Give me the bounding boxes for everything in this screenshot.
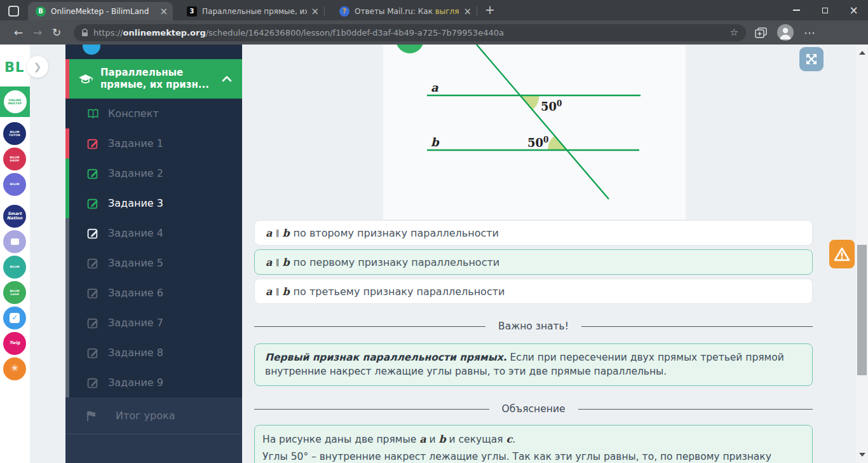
header-accent-stripe	[65, 59, 69, 99]
sidebar-item-zadanie-9[interactable]: Задание 9	[65, 368, 242, 397]
option-text: по первому признаку параллельности	[294, 256, 500, 268]
line-b-label: b	[431, 135, 440, 149]
tab-title: OnlineMektep - BilimLand	[51, 7, 156, 16]
book-icon	[87, 107, 99, 120]
parallel-symbol: ∥	[275, 287, 279, 296]
app-onlinemektep-tile[interactable]: ONLINEMEKTEP	[0, 86, 30, 117]
restore-button[interactable]	[811, 0, 839, 20]
minimize-icon	[793, 10, 800, 11]
tab-onlinemektep[interactable]: B OnlineMektep - BilimLand ×	[28, 2, 173, 20]
parallel-symbol: ∥	[275, 258, 279, 266]
sidebar-item-zadanie-1[interactable]: Задание 1	[65, 128, 242, 158]
app-icon-test[interactable]: ✓	[3, 307, 26, 329]
status-stripe-pending	[65, 218, 69, 248]
new-tab-button[interactable]: +	[482, 1, 498, 18]
tab-lesson[interactable]: 3 Параллельные прямые, их при ×	[179, 2, 324, 20]
close-icon: ×	[849, 5, 858, 16]
angle-label-top: 500	[541, 99, 562, 113]
status-stripe-pending	[65, 248, 69, 278]
answer-option-2-selected[interactable]: a∥b по первому признаку параллельности	[254, 249, 813, 275]
strip-expand-chevron[interactable]: ❯	[27, 56, 48, 78]
forward-button[interactable]: →	[28, 26, 47, 39]
mailru-favicon: ?	[339, 6, 349, 17]
address-bar[interactable]: https://onlinemektep.org/schedule/164263…	[74, 24, 746, 41]
bookmark-star-icon[interactable]: ☆	[730, 27, 738, 38]
edit-icon	[87, 287, 99, 299]
sidebar-item-zadanie-3[interactable]: Задание 3	[65, 188, 242, 218]
sidebar-item-zadanie-5[interactable]: Задание 5	[65, 248, 242, 278]
lesson-sidebar: Параллельные прямые, их призн... Конспек…	[65, 45, 242, 463]
sidebar-item-zadanie-4[interactable]: Задание 4	[65, 218, 242, 248]
parallel-symbol: ∥	[275, 228, 279, 237]
answer-option-3[interactable]: a∥b по третьему признаку параллельности	[254, 279, 813, 304]
scroll-thumb[interactable]	[857, 245, 867, 375]
flag-icon	[86, 410, 98, 422]
heading-text: Объяснение	[502, 403, 566, 415]
lesson-nav: Конспект Задание 1 Задан	[65, 99, 242, 397]
app-icon-smart-nation[interactable]: SmartNation	[3, 205, 26, 228]
reload-button[interactable]: ↻	[47, 26, 66, 39]
edit-icon	[87, 197, 99, 209]
app-icon-bilim-shop[interactable]: BILIMSHOP	[3, 148, 26, 170]
profile-avatar[interactable]	[777, 24, 794, 41]
fullscreen-button[interactable]	[799, 47, 824, 71]
tab-search-icon[interactable]	[8, 6, 19, 17]
answer-option-1[interactable]: a∥b по второму признаку параллельности	[254, 220, 813, 245]
app-icon-bilim-cards[interactable]	[3, 230, 26, 253]
heading-text: Важно знать!	[498, 321, 569, 332]
person-icon	[777, 24, 794, 41]
minimize-button[interactable]	[782, 0, 811, 20]
warning-button[interactable]	[829, 240, 855, 268]
bilimland-logo: BL	[4, 60, 24, 75]
browser-window: B OnlineMektep - BilimLand × 3 Параллель…	[0, 0, 868, 463]
sidebar-item-zadanie-7[interactable]: Задание 7	[65, 308, 242, 338]
window-controls: ×	[782, 0, 868, 20]
explanation-card: На рисунке даны две прямые a и b и секущ…	[254, 425, 813, 463]
important-card: Первый признак параллельности прямых. Ес…	[254, 343, 813, 386]
sidebar-item-zadanie-2[interactable]: Задание 2	[65, 158, 242, 188]
tab-mailru[interactable]: ? Ответы Mail.ru: Как выглядит зн ×	[332, 2, 477, 20]
url-text: https://onlinemektep.org/schedule/164263…	[93, 28, 725, 38]
collections-icon[interactable]	[755, 27, 767, 38]
back-button[interactable]: ←	[9, 26, 28, 39]
app-icon-twig[interactable]: Twig	[3, 332, 26, 355]
app-icon-imektep[interactable]: ✳	[3, 357, 26, 380]
option-text: по второму признаку параллельности	[294, 227, 499, 239]
divider-line	[254, 409, 489, 410]
lesson-header[interactable]: Параллельные прямые, их призн...	[65, 59, 242, 99]
app-icon-bilim-college[interactable]: BILIM	[3, 256, 26, 279]
status-stripe-pending	[65, 278, 69, 308]
sidebar-item-zadanie-6[interactable]: Задание 6	[65, 278, 242, 308]
edit-icon	[87, 137, 99, 149]
tab-close-icon[interactable]: ×	[463, 6, 471, 17]
edit-icon	[87, 317, 99, 329]
divider-line	[581, 326, 813, 327]
tab-separator	[477, 6, 477, 16]
scroll-up-arrow[interactable]	[859, 51, 865, 55]
edit-icon	[87, 347, 99, 359]
warning-triangle-icon	[833, 246, 851, 263]
tab-separator	[324, 6, 325, 16]
sidebar-item-itog-uroka[interactable]: Итог урока	[65, 397, 242, 434]
divider-line	[254, 326, 485, 327]
onlinemektep-favicon: B	[36, 6, 46, 17]
explanation-line-2: Углы 50° – внутренние накрест лежащие уг…	[262, 448, 804, 463]
app-icon-bilim-media[interactable]: BILIM	[3, 173, 26, 196]
lesson-title: Параллельные прямые, их призн...	[100, 67, 210, 91]
collapse-chevron-icon[interactable]	[222, 76, 232, 82]
tab-close-icon[interactable]: ×	[159, 6, 168, 17]
tab-close-icon[interactable]: ×	[311, 6, 319, 17]
browser-menu-button[interactable]: ⋯	[804, 26, 815, 39]
sidebar-item-zadanie-8[interactable]: Задание 8	[65, 338, 242, 368]
app-list: BILIMTUTOR BILIMSHOP BILIM SmartNation B…	[3, 122, 26, 380]
app-icon-bilim-land[interactable]: BILIMLand	[3, 281, 26, 304]
close-button[interactable]: ×	[839, 0, 868, 20]
card-icon	[11, 238, 19, 245]
app-icon-bilim-tutor[interactable]: BILIMTUTOR	[3, 122, 26, 145]
angle-label-bottom: 500	[527, 135, 548, 149]
sidebar-item-konspekt[interactable]: Конспект	[65, 99, 242, 128]
scroll-down-arrow[interactable]	[859, 453, 865, 457]
page-scrollbar[interactable]	[856, 45, 868, 463]
lock-icon	[81, 29, 88, 37]
lesson-favicon: 3	[187, 6, 197, 17]
